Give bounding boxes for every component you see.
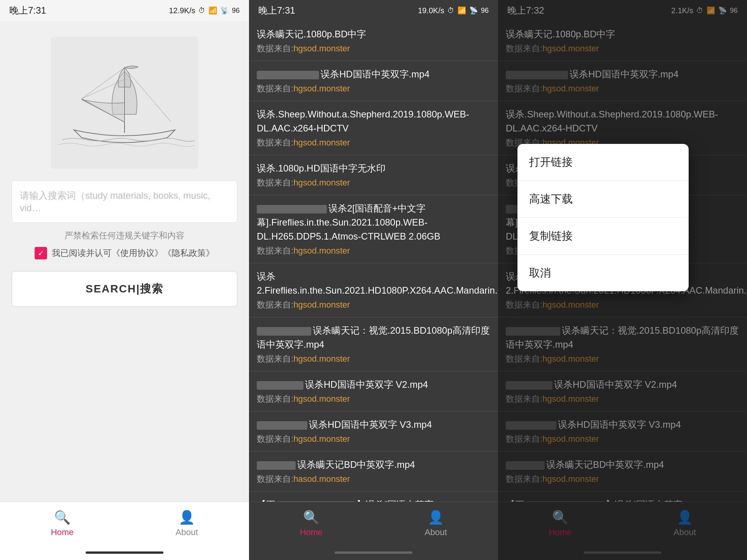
nav-about-2[interactable]: 👤 About [374,509,498,541]
speed-2: 19.0K/s [418,6,444,15]
result-item[interactable]: 误杀瞒天记：视觉.2015.BD1080p高清印度语中英双字.mp4 数据来自:… [249,317,498,371]
home-indicator-1 [86,551,163,554]
result-item[interactable]: 误杀.1080p.HD国语中字无水印 数据来自:hgsod.monster [249,155,498,195]
wifi-icon-2: 📡 [469,6,478,15]
status-bar-1: 晚上7:31 12.9K/s ⏱ 📶 📡 96 [0,0,249,21]
ship-illustration [51,37,198,169]
status-time-2: 晚上7:31 [258,4,295,17]
signal-icon: 📶 [209,6,217,15]
about-icon-1: 👤 [179,509,195,525]
status-icons-2: 19.0K/s ⏱ 📶 📡 96 [418,6,489,15]
phone-panel-results-menu: 晚上7:32 2.1K/s ⏱ 📶 📡 96 误杀瞒天记.1080p.BD中字 … [498,0,747,560]
result-item[interactable]: 误杀2.Fireflies.in.the.Sun.2021.HD1080P.X2… [249,263,498,317]
result-item[interactable]: 误杀HD国语中英双字 V3.mp4 数据来自:hgsod.monster [249,411,498,452]
nav-home-2[interactable]: 🔍 Home [249,509,374,541]
speed-1: 12.9K/s [169,6,195,15]
home-content: 请输入搜索词（study materials, books, music, vi… [0,21,249,502]
search-placeholder: 请输入搜索词（study materials, books, music, vi… [20,190,210,213]
bottom-nav-2: 🔍 Home 👤 About [249,502,498,548]
menu-item-cancel[interactable]: 取消 [517,255,689,291]
nav-home-1[interactable]: 🔍 Home [0,509,124,541]
phone-panel-home: 晚上7:31 12.9K/s ⏱ 📶 📡 96 [0,0,249,560]
home-search-icon: 🔍 [54,509,70,525]
home-search-icon-2: 🔍 [303,509,319,525]
policy-text: 我已阅读并认可《使用协议》《隐私政策》 [52,247,214,259]
context-menu: 打开链接 高速下载 复制链接 取消 [517,144,689,291]
menu-item-open-link[interactable]: 打开链接 [517,144,689,181]
result-item[interactable]: 误杀HD国语中英双字 V2.mp4 数据来自:hgsod.monster [249,371,498,411]
result-item[interactable]: 误杀瞒天记.1080p.BD中字 数据来自:hgsod.monster [249,21,498,61]
result-item[interactable]: 误杀.Sheep.Without.a.Shepherd.2019.1080p.W… [249,101,498,155]
home-indicator-2 [335,551,412,554]
battery-icon-2: 96 [481,7,489,15]
about-icon-2: 👤 [428,509,444,525]
result-item[interactable]: 【更】误杀[国语中英字幕].Sheep.Without.A.Shepherd.2… [249,492,498,502]
phone-panel-results: 晚上7:31 19.0K/s ⏱ 📶 📡 96 误杀瞒天记.1080p.BD中字… [249,0,498,560]
home-bar-2 [249,548,498,560]
search-input-display[interactable]: 请输入搜索词（study materials, books, music, vi… [12,180,237,223]
policy-area: ✓ 我已阅读并认可《使用协议》《隐私政策》 [35,247,214,259]
nav-about-1[interactable]: 👤 About [124,509,249,541]
search-button[interactable]: SEARCH|搜索 [12,271,237,307]
status-icons-1: 12.9K/s ⏱ 📶 📡 96 [169,6,240,15]
results-list: 误杀瞒天记.1080p.BD中字 数据来自:hgsod.monster 误杀HD… [249,21,498,502]
battery-icon: 96 [232,7,240,15]
result-item[interactable]: 误杀瞒天记BD中英双字.mp4 数据来自:hasod.monster [249,452,498,492]
wifi-icon: 📡 [220,6,229,15]
bottom-nav-1: 🔍 Home 👤 About [0,502,249,548]
menu-item-copy-link[interactable]: 复制链接 [517,218,689,255]
policy-checkbox[interactable]: ✓ [35,247,47,259]
signal-icon-2: 📶 [458,6,466,15]
home-bar-1 [0,548,249,560]
status-time-1: 晚上7:31 [9,4,46,17]
menu-item-fast-download[interactable]: 高速下载 [517,181,689,218]
timer-icon: ⏱ [198,7,205,15]
status-bar-2: 晚上7:31 19.0K/s ⏱ 📶 📡 96 [249,0,498,21]
timer-icon-2: ⏱ [447,7,454,15]
warning-text: 严禁检索任何违规关键字和内容 [65,230,184,242]
result-item[interactable]: 误杀2[国语配音+中文字幕].Fireflies.in.the.Sun.2021… [249,195,498,263]
result-item[interactable]: 误杀HD国语中英双字.mp4 数据来自:hgsod.monster [249,61,498,101]
